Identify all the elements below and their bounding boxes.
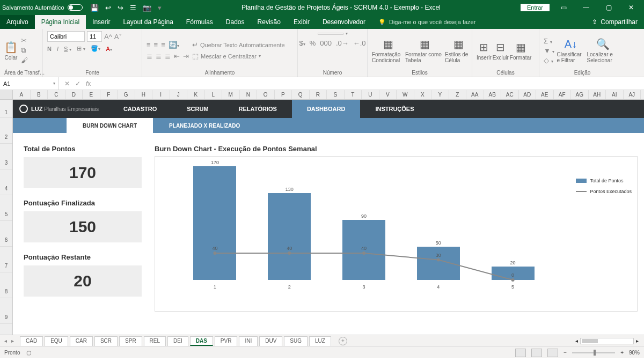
clear-icon[interactable]: ◇ ▾ (544, 56, 554, 64)
subnav-tab[interactable]: BURN DOWN CHART (67, 118, 153, 133)
cancel-formula-icon[interactable]: ✕ (64, 80, 70, 87)
col-header[interactable]: AB (484, 90, 502, 99)
col-header[interactable]: E (83, 90, 100, 99)
col-header[interactable]: F (100, 90, 118, 99)
fill-color-icon[interactable]: 🪣▾ (91, 45, 100, 52)
zoom-level[interactable]: 90% (629, 350, 640, 356)
tab-view[interactable]: Exibir (287, 15, 316, 29)
col-header[interactable]: AA (466, 90, 484, 99)
horizontal-scrollbar[interactable] (580, 338, 634, 344)
tab-data[interactable]: Dados (219, 15, 251, 29)
ribbon-options-icon[interactable]: ▭ (553, 0, 574, 15)
cell-styles-button[interactable]: ▦Estilos de Célula (445, 38, 472, 63)
nav-item[interactable]: SCRUM (172, 100, 223, 118)
col-header[interactable]: AG (571, 90, 589, 99)
hscroll-right-icon[interactable]: ▸ (636, 338, 639, 344)
sheet-nav-first-icon[interactable]: ◂ (4, 338, 7, 344)
align-middle-icon[interactable]: ≡ (154, 41, 158, 49)
subnav-tab[interactable]: PLANEJADO X REALIZADO (153, 118, 256, 133)
hscroll-left-icon[interactable]: ◂ (575, 338, 578, 344)
select-all-corner[interactable] (0, 90, 13, 99)
col-header[interactable]: AJ (624, 90, 641, 99)
col-header[interactable]: I (152, 90, 170, 99)
sheet-tab[interactable]: DAS (190, 336, 213, 346)
sheet-tab[interactable]: REL (144, 336, 166, 346)
font-size-input[interactable] (87, 31, 102, 42)
zoom-out-icon[interactable]: − (564, 350, 567, 356)
col-header[interactable]: R (310, 90, 327, 99)
row-header[interactable]: 8 (0, 272, 12, 298)
tab-insert[interactable]: Inserir (86, 15, 116, 29)
col-header[interactable]: Y (431, 90, 449, 99)
align-center-icon[interactable]: ≣ (156, 52, 162, 60)
col-header[interactable]: AI (606, 90, 624, 99)
underline-icon[interactable]: S ▾ (64, 46, 71, 52)
sheet-tab[interactable]: CAR (70, 336, 93, 346)
col-header[interactable]: S (327, 90, 345, 99)
format-painter-icon[interactable]: 🖌 (21, 56, 28, 64)
italic-icon[interactable]: I (57, 46, 58, 52)
align-bottom-icon[interactable]: ≡ (161, 41, 165, 49)
sheet-tab[interactable]: EQU (45, 336, 68, 346)
touch-mode-icon[interactable]: ☰ (130, 4, 136, 12)
col-header[interactable]: P (275, 90, 292, 99)
autosave-toggle[interactable]: Salvamento Automático (2, 4, 83, 11)
zoom-in-icon[interactable]: + (620, 350, 624, 356)
tab-layout[interactable]: Layout da Página (116, 15, 179, 29)
tab-review[interactable]: Revisão (251, 15, 287, 29)
view-normal-icon[interactable] (515, 349, 526, 357)
col-header[interactable]: O (257, 90, 275, 99)
macro-record-icon[interactable]: ▢ (26, 350, 31, 356)
accounting-format-icon[interactable]: $▾ (299, 39, 305, 47)
merge-icon[interactable]: ⬚ (192, 52, 199, 60)
tell-me-search[interactable]: 💡 Diga-me o que você deseja fazer (378, 15, 475, 29)
col-header[interactable]: AD (519, 90, 537, 99)
col-header[interactable]: M (222, 90, 240, 99)
col-header[interactable]: AF (554, 90, 572, 99)
sheet-tab[interactable]: SUG (284, 336, 308, 346)
fill-icon[interactable]: ▼ ▾ (544, 47, 554, 55)
sheet-tab[interactable]: DEI (167, 336, 188, 346)
minimize-icon[interactable]: — (575, 0, 597, 15)
row-header[interactable]: 6 (0, 221, 12, 247)
col-header[interactable]: Z (449, 90, 467, 99)
number-format-dropdown[interactable] (318, 33, 343, 35)
decrease-decimal-icon[interactable]: ←.0 (353, 39, 366, 47)
align-right-icon[interactable]: ≣ (165, 52, 171, 60)
bold-icon[interactable]: N (47, 46, 52, 52)
font-color-icon[interactable]: A▾ (106, 46, 112, 52)
name-box[interactable]: A1▾ (0, 77, 59, 90)
row-header[interactable]: 3 (0, 144, 12, 169)
sheet-tab[interactable]: LUZ (309, 336, 331, 346)
row-header[interactable]: 4 (0, 169, 12, 195)
tab-developer[interactable]: Desenvolvedor (316, 15, 372, 29)
col-header[interactable]: J (170, 90, 188, 99)
share-button[interactable]: Compartilhar (601, 18, 638, 26)
sheet-tab[interactable]: CAD (20, 336, 43, 346)
col-header[interactable]: Q (292, 90, 310, 99)
col-header[interactable]: X (414, 90, 432, 99)
increase-decimal-icon[interactable]: .0→ (336, 39, 349, 47)
col-header[interactable]: H (135, 90, 153, 99)
sheet-tab[interactable]: SCR (94, 336, 118, 346)
toggle-icon[interactable] (68, 4, 83, 11)
col-header[interactable]: K (187, 90, 205, 99)
wrap-text-icon[interactable]: ↵ (192, 41, 198, 49)
copy-icon[interactable]: ⧉ (21, 46, 28, 55)
font-name-input[interactable] (47, 31, 85, 42)
fx-icon[interactable]: fx (86, 80, 91, 87)
row-header[interactable]: 7 (0, 247, 12, 272)
row-header[interactable]: 2 (0, 118, 12, 144)
row-header[interactable]: 9 (0, 298, 12, 324)
align-top-icon[interactable]: ≡ (147, 41, 151, 49)
view-pagebreak-icon[interactable] (547, 349, 558, 357)
sheet-tab[interactable]: INI (239, 336, 258, 346)
col-header[interactable]: G (118, 90, 135, 99)
nav-item[interactable]: RELATÓRIOS (224, 100, 292, 118)
close-icon[interactable]: ✕ (620, 0, 642, 15)
col-header[interactable]: U (362, 90, 379, 99)
col-header[interactable]: B (31, 90, 48, 99)
col-header[interactable]: L (205, 90, 223, 99)
sheet-nav-last-icon[interactable]: ▸ (11, 338, 14, 344)
delete-cells-button[interactable]: ⊟Excluir (493, 41, 509, 61)
